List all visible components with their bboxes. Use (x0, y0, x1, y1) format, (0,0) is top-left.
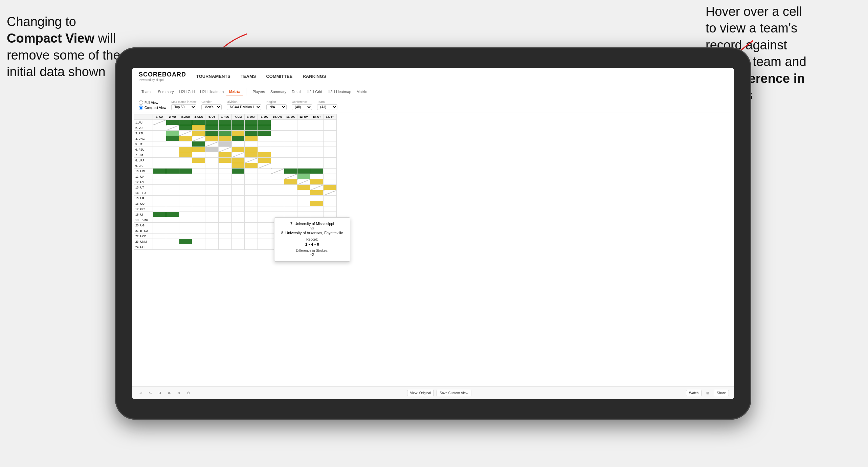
matrix-cell[interactable] (153, 206, 166, 212)
matrix-cell[interactable] (310, 158, 324, 163)
nav-committee[interactable]: COMMITTEE (266, 72, 292, 80)
matrix-cell[interactable] (179, 206, 192, 212)
matrix-cell[interactable] (245, 136, 258, 141)
matrix-cell[interactable] (231, 152, 245, 158)
matrix-cell[interactable] (166, 125, 179, 131)
tab-summary-2[interactable]: Summary (268, 88, 289, 95)
matrix-cell[interactable] (258, 136, 271, 141)
matrix-cell[interactable] (153, 141, 166, 147)
matrix-cell[interactable] (205, 190, 219, 196)
matrix-cell[interactable] (245, 206, 258, 212)
matrix-cell[interactable] (153, 147, 166, 152)
matrix-cell[interactable] (153, 223, 166, 228)
matrix-cell[interactable] (258, 244, 271, 250)
matrix-cell[interactable] (258, 234, 271, 239)
matrix-cell[interactable] (284, 125, 297, 131)
matrix-cell[interactable] (231, 201, 245, 206)
matrix-cell[interactable] (205, 228, 219, 234)
matrix-cell[interactable] (192, 196, 205, 201)
matrix-cell[interactable] (284, 212, 297, 217)
matrix-cell[interactable] (297, 174, 310, 179)
matrix-cell[interactable] (153, 212, 166, 217)
matrix-cell[interactable] (166, 174, 179, 179)
matrix-cell[interactable] (271, 147, 284, 152)
matrix-cell[interactable] (153, 163, 166, 169)
matrix-cell[interactable] (218, 163, 231, 169)
matrix-cell[interactable] (324, 163, 337, 169)
matrix-cell[interactable] (218, 190, 231, 196)
matrix-cell[interactable] (324, 169, 337, 174)
matrix-cell[interactable] (324, 120, 337, 125)
matrix-cell[interactable] (310, 136, 324, 141)
matrix-cell[interactable] (166, 152, 179, 158)
matrix-cell[interactable] (297, 169, 310, 174)
compact-view-radio[interactable] (139, 106, 143, 110)
matrix-cell[interactable] (166, 217, 179, 223)
matrix-cell[interactable] (245, 185, 258, 190)
matrix-cell[interactable] (153, 228, 166, 234)
matrix-cell[interactable] (284, 190, 297, 196)
matrix-cell[interactable] (245, 212, 258, 217)
tab-matrix-2[interactable]: Matrix (354, 88, 370, 95)
save-custom-button[interactable]: Save Custom View (437, 390, 471, 396)
matrix-cell[interactable] (205, 234, 219, 239)
matrix-cell[interactable] (205, 136, 219, 141)
matrix-cell[interactable] (153, 125, 166, 131)
matrix-cell[interactable] (231, 120, 245, 125)
matrix-cell[interactable] (205, 223, 219, 228)
matrix-cell[interactable] (271, 212, 284, 217)
matrix-cell[interactable] (284, 158, 297, 163)
matrix-cell[interactable] (258, 185, 271, 190)
matrix-cell[interactable] (231, 206, 245, 212)
matrix-cell[interactable] (153, 152, 166, 158)
matrix-cell[interactable] (153, 190, 166, 196)
matrix-cell[interactable] (284, 179, 297, 185)
matrix-cell[interactable] (179, 185, 192, 190)
matrix-cell[interactable] (166, 228, 179, 234)
matrix-cell[interactable] (166, 206, 179, 212)
matrix-cell[interactable] (231, 147, 245, 152)
matrix-cell[interactable] (284, 131, 297, 136)
matrix-cell[interactable] (153, 120, 166, 125)
matrix-cell[interactable] (153, 217, 166, 223)
matrix-cell[interactable] (284, 169, 297, 174)
tab-h2h-grid-2[interactable]: H2H Grid (304, 88, 325, 95)
matrix-cell[interactable] (258, 212, 271, 217)
matrix-cell[interactable] (231, 136, 245, 141)
matrix-cell[interactable] (218, 244, 231, 250)
matrix-cell[interactable] (179, 147, 192, 152)
matrix-cell[interactable] (258, 120, 271, 125)
matrix-cell[interactable] (166, 158, 179, 163)
matrix-cell[interactable] (192, 239, 205, 244)
matrix-cell[interactable] (218, 169, 231, 174)
matrix-cell[interactable] (166, 244, 179, 250)
matrix-cell[interactable] (297, 136, 310, 141)
matrix-cell[interactable] (231, 244, 245, 250)
matrix-cell[interactable] (310, 120, 324, 125)
matrix-cell[interactable] (297, 201, 310, 206)
matrix-cell[interactable] (231, 169, 245, 174)
tab-h2h-heatmap-1[interactable]: H2H Heatmap (197, 88, 226, 95)
matrix-cell[interactable] (258, 125, 271, 131)
matrix-cell[interactable] (258, 201, 271, 206)
matrix-cell[interactable] (192, 212, 205, 217)
matrix-cell[interactable] (245, 179, 258, 185)
zoom-in-button[interactable]: ⊕ (166, 390, 173, 396)
undo-button[interactable]: ↩ (137, 390, 144, 396)
matrix-cell[interactable] (258, 141, 271, 147)
matrix-cell[interactable] (179, 131, 192, 136)
matrix-cell[interactable] (166, 136, 179, 141)
matrix-cell[interactable] (271, 179, 284, 185)
matrix-cell[interactable] (310, 147, 324, 152)
matrix-cell[interactable] (205, 131, 219, 136)
matrix-cell[interactable] (205, 196, 219, 201)
matrix-cell[interactable] (179, 174, 192, 179)
matrix-cell[interactable] (258, 239, 271, 244)
matrix-cell[interactable] (192, 244, 205, 250)
matrix-cell[interactable] (324, 174, 337, 179)
matrix-cell[interactable] (166, 190, 179, 196)
matrix-cell[interactable] (297, 141, 310, 147)
matrix-cell[interactable] (284, 201, 297, 206)
matrix-cell[interactable] (245, 190, 258, 196)
matrix-cell[interactable] (166, 196, 179, 201)
